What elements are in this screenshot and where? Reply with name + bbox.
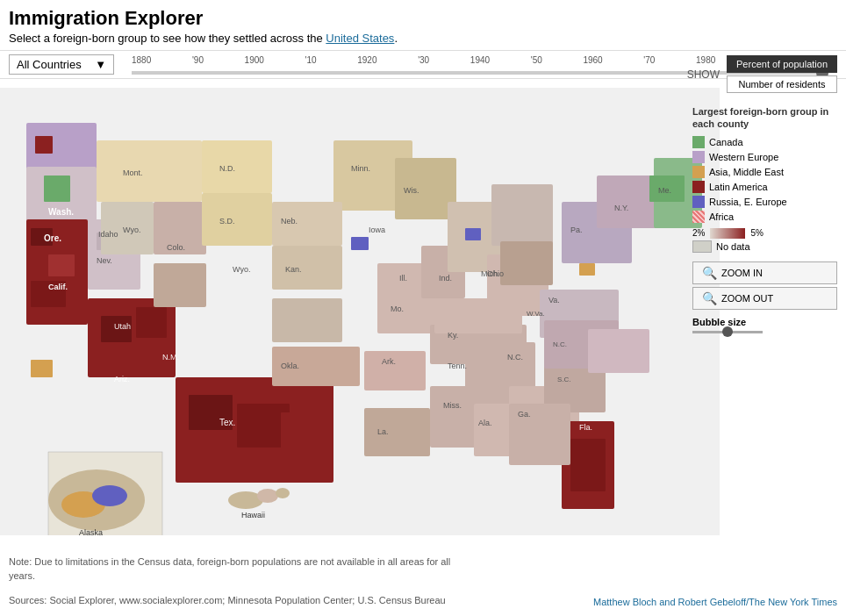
alaska-inset: Alaska	[48, 452, 162, 535]
svg-text:Mont.: Mont.	[123, 168, 143, 177]
map-area: Wash. Ore. Calif. Nev. Idaho Utah Ariz. …	[0, 88, 720, 535]
note: Note: Due to limitations in the Census d…	[9, 555, 465, 583]
svg-text:Hawaii: Hawaii	[241, 511, 265, 519]
svg-text:Okla.: Okla.	[281, 362, 299, 370]
svg-text:Ark.: Ark.	[382, 357, 396, 366]
svg-rect-34	[491, 184, 553, 246]
svg-point-107	[257, 489, 278, 503]
svg-text:Nev.: Nev.	[97, 256, 112, 265]
svg-rect-55	[351, 237, 369, 250]
svg-rect-58	[579, 263, 595, 276]
svg-text:Miss.: Miss.	[443, 401, 462, 410]
svg-text:Iowa: Iowa	[369, 226, 385, 234]
country-select[interactable]: All Countries ▼	[9, 54, 114, 75]
svg-rect-24	[272, 298, 342, 342]
legend-russia-europe: Russia, E. Europe	[692, 196, 837, 208]
svg-text:N.M.: N.M.	[162, 353, 179, 362]
svg-text:Mo.: Mo.	[391, 304, 404, 313]
svg-text:N.D.: N.D.	[219, 164, 235, 173]
credit: Matthew Bloch and Robert Gebeloff/The Ne…	[593, 597, 837, 607]
svg-text:N.Y.: N.Y.	[614, 204, 628, 212]
svg-text:N.C.: N.C.	[553, 340, 567, 348]
legend-latin-america: Latin America	[692, 181, 837, 193]
svg-rect-56	[465, 228, 481, 240]
zoom-in-button[interactable]: 🔍 ZOOM IN	[692, 261, 837, 284]
svg-text:W.Va.: W.Va.	[527, 310, 545, 318]
svg-text:Ill.: Ill.	[399, 274, 407, 283]
svg-text:Tenn.: Tenn.	[448, 362, 467, 370]
svg-text:Idaho: Idaho	[98, 230, 118, 239]
svg-text:S.C.: S.C.	[557, 376, 571, 383]
us-map-svg[interactable]: Wash. Ore. Calif. Nev. Idaho Utah Ariz. …	[0, 88, 720, 535]
svg-text:Wis.: Wis.	[404, 186, 419, 195]
svg-rect-18	[202, 140, 272, 193]
bubble-slider-track[interactable]	[692, 331, 763, 333]
bubble-slider-handle[interactable]	[722, 326, 733, 337]
svg-text:S.D.: S.D.	[219, 217, 235, 226]
svg-text:Fla.: Fla.	[579, 423, 592, 432]
svg-text:Va.: Va.	[548, 296, 560, 304]
svg-text:Calif.: Calif.	[48, 283, 68, 291]
svg-text:Pa.: Pa.	[570, 226, 583, 234]
svg-text:Minn.: Minn.	[351, 164, 370, 173]
svg-rect-53	[364, 408, 430, 456]
legend-no-data: No data	[692, 240, 837, 253]
svg-rect-19	[202, 193, 272, 246]
svg-text:Alaska: Alaska	[79, 528, 103, 535]
svg-text:La.: La.	[377, 427, 389, 436]
svg-point-108	[276, 488, 290, 498]
united-states-link[interactable]: United States	[326, 32, 394, 45]
svg-rect-14	[97, 140, 202, 202]
svg-rect-22	[272, 246, 342, 290]
legend-africa: Africa	[692, 211, 837, 223]
svg-text:Ore.: Ore.	[44, 233, 61, 243]
zoom-out-icon: 🔍	[702, 291, 717, 305]
bubble-size-section: Bubble size	[692, 317, 837, 333]
subtitle: Select a foreign-born group to see how t…	[0, 32, 846, 50]
svg-text:Kan.: Kan.	[285, 265, 302, 274]
svg-text:Wyo.: Wyo.	[233, 265, 250, 274]
svg-rect-45	[570, 439, 606, 491]
legend-canada: Canada	[692, 136, 837, 148]
show-percent-button[interactable]: Percent of population	[727, 55, 837, 73]
svg-text:Me.: Me.	[658, 186, 671, 195]
svg-rect-47	[434, 298, 522, 333]
svg-rect-13	[136, 307, 167, 338]
svg-point-104	[92, 485, 127, 506]
svg-text:Neb.: Neb.	[281, 217, 298, 226]
legend-western-europe: Western Europe	[692, 151, 837, 163]
svg-text:Ga.: Ga.	[518, 410, 531, 419]
svg-text:Colo.: Colo.	[167, 243, 185, 252]
legend-asia-mideast: Asia, Middle East	[692, 166, 837, 178]
show-label: SHOW	[687, 68, 720, 81]
svg-text:Mich.: Mich.	[481, 269, 500, 278]
zoom-out-button[interactable]: 🔍 ZOOM OUT	[692, 287, 837, 310]
svg-rect-4	[44, 175, 70, 202]
pct-gradient: 2% 5%	[692, 228, 837, 239]
svg-rect-7	[48, 254, 75, 276]
zoom-in-icon: 🔍	[702, 266, 717, 280]
sources: Sources: Social Explorer, www.socialexpl…	[9, 594, 446, 607]
svg-text:Tex.: Tex.	[219, 418, 235, 427]
svg-text:Ariz.: Ariz.	[114, 375, 130, 383]
svg-text:Wyo.: Wyo.	[123, 226, 140, 234]
svg-text:Ala.: Ala.	[478, 419, 492, 427]
svg-text:Wash.: Wash.	[48, 207, 74, 217]
svg-text:N.C.: N.C.	[507, 353, 523, 362]
svg-text:Ky.: Ky.	[448, 331, 458, 340]
svg-rect-17	[154, 263, 206, 307]
legend-area: Largest foreign-born group in each count…	[692, 105, 837, 333]
svg-rect-36	[500, 241, 553, 285]
svg-text:Ind.: Ind.	[439, 274, 452, 283]
svg-rect-2	[35, 136, 53, 154]
svg-rect-28	[281, 412, 325, 465]
bubble-size-label: Bubble size	[692, 317, 837, 327]
legend-title: Largest foreign-born group in each count…	[692, 105, 837, 131]
svg-rect-54	[588, 329, 649, 373]
page-title: Immigration Explorer	[0, 0, 846, 32]
svg-rect-57	[31, 360, 53, 377]
svg-text:Utah: Utah	[114, 322, 131, 331]
show-number-button[interactable]: Number of residents	[727, 75, 837, 93]
